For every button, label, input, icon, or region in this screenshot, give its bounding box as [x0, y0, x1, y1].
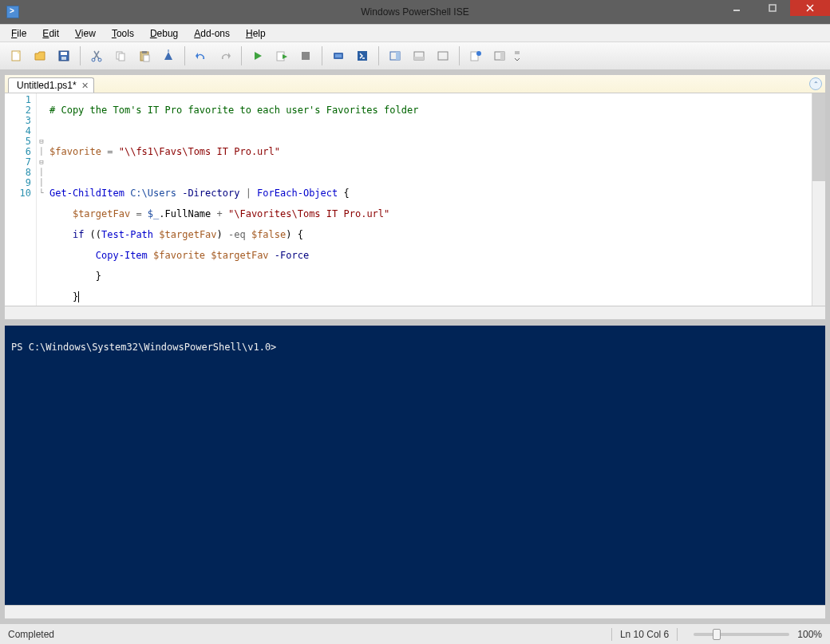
svg-point-26	[476, 51, 481, 56]
remote-button[interactable]	[327, 45, 350, 67]
line-gutter: 1 2 3 4 5 6 7 8 9 10	[5, 93, 37, 306]
toolbar	[0, 41, 830, 70]
layout-max-button[interactable]	[432, 45, 454, 67]
console-pane[interactable]: PS C:\Windows\System32\WindowsPowerShell…	[4, 325, 826, 606]
svg-rect-21	[396, 52, 400, 60]
menu-edit[interactable]: Edit	[36, 26, 65, 41]
tab-label: Untitled1.ps1*	[17, 80, 77, 91]
svg-rect-24	[438, 52, 448, 60]
script-editor[interactable]: 1 2 3 4 5 6 7 8 9 10 ⊟│⊟││└ # Copy the T…	[4, 93, 826, 306]
svg-rect-1	[769, 5, 776, 11]
svg-rect-18	[335, 54, 342, 57]
console-prompt: PS C:\Windows\System32\WindowsPowerShell…	[11, 342, 276, 353]
console-hscrollbar[interactable]	[4, 606, 826, 619]
toolbar-separator	[80, 46, 81, 65]
tab-close-icon[interactable]: ✕	[81, 81, 89, 91]
status-left: Completed	[8, 629, 54, 640]
menu-view[interactable]: View	[69, 26, 102, 41]
save-button[interactable]	[53, 45, 75, 67]
expand-script-button[interactable]: ⌃	[809, 77, 822, 90]
undo-button[interactable]	[190, 45, 212, 67]
maximize-button[interactable]	[754, 0, 790, 16]
svg-rect-23	[414, 57, 424, 60]
powershell-button[interactable]	[351, 45, 374, 67]
cut-button[interactable]	[85, 45, 108, 67]
svg-rect-16	[302, 52, 310, 60]
toolbar-separator	[322, 46, 322, 65]
client-area: Untitled1.ps1* ✕ ⌃ 1 2 3 4 5 6 7 8 9 10 …	[0, 70, 830, 623]
toolbar-separator	[184, 46, 185, 65]
menu-bar: File Edit View Tools Debug Add-ons Help	[0, 24, 830, 41]
editor-hscrollbar[interactable]	[4, 306, 826, 320]
toolbar-separator	[459, 46, 460, 65]
show-command-button[interactable]	[464, 45, 487, 67]
tab-strip: Untitled1.ps1* ✕ ⌃	[4, 74, 826, 93]
show-command-addon-button[interactable]	[488, 45, 511, 67]
minimize-button[interactable]	[718, 0, 754, 16]
copy-button[interactable]	[109, 45, 132, 67]
svg-rect-6	[61, 52, 67, 55]
redo-button[interactable]	[214, 45, 236, 67]
code-area[interactable]: # Copy the Tom's IT Pro favorite to each…	[46, 93, 421, 306]
clear-button[interactable]	[157, 45, 180, 67]
layout-bottom-button[interactable]	[408, 45, 430, 67]
svg-rect-11	[119, 53, 125, 61]
menu-debug[interactable]: Debug	[144, 26, 184, 41]
title-bar: Windows PowerShell ISE	[0, 0, 830, 24]
svg-point-8	[92, 58, 95, 61]
status-bar: Completed Ln 10 Col 6 100%	[0, 623, 830, 644]
svg-rect-14	[144, 55, 149, 61]
stop-button[interactable]	[294, 45, 317, 67]
svg-point-9	[98, 58, 101, 61]
toolbar-separator	[241, 46, 242, 65]
svg-rect-28	[500, 52, 504, 60]
zoom-slider[interactable]	[694, 633, 789, 636]
layout-right-button[interactable]	[384, 45, 406, 67]
zoom-level: 100%	[797, 629, 822, 640]
svg-rect-7	[61, 57, 66, 60]
editor-vscrollbar[interactable]	[812, 93, 825, 306]
run-selection-button[interactable]	[271, 45, 293, 67]
toolbar-separator	[378, 46, 379, 65]
close-button[interactable]	[790, 0, 830, 16]
svg-rect-13	[142, 51, 147, 53]
open-button[interactable]	[29, 45, 51, 67]
new-button[interactable]	[5, 45, 27, 67]
toolbar-overflow-button[interactable]	[512, 45, 522, 67]
menu-help[interactable]: Help	[239, 26, 272, 41]
paste-button[interactable]	[133, 45, 156, 67]
window-title: Windows PowerShell ISE	[0, 6, 830, 18]
fold-gutter[interactable]: ⊟│⊟││└	[37, 93, 46, 306]
menu-tools[interactable]: Tools	[105, 26, 140, 41]
run-button[interactable]	[247, 45, 269, 67]
tab-active[interactable]: Untitled1.ps1* ✕	[8, 77, 94, 93]
window-buttons	[718, 0, 830, 18]
status-position: Ln 10 Col 6	[620, 629, 669, 640]
app-icon	[6, 6, 19, 18]
menu-file[interactable]: File	[5, 26, 33, 41]
menu-addons[interactable]: Add-ons	[188, 26, 236, 41]
